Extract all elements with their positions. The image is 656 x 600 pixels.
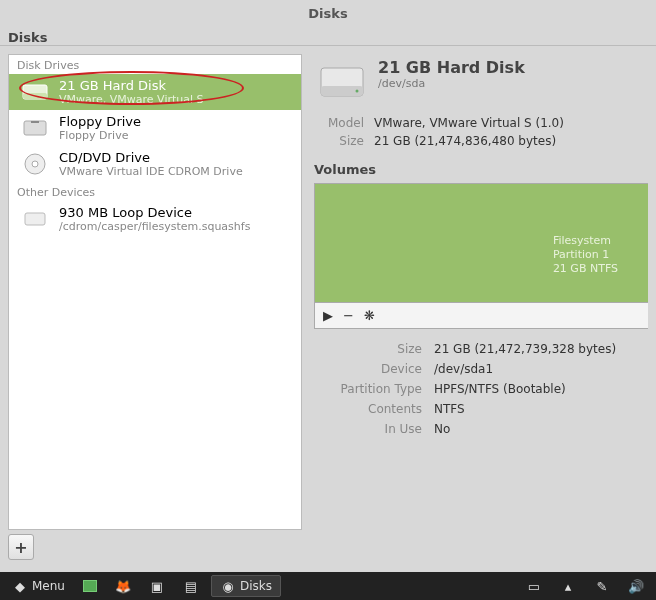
drive-sub: /cdrom/casper/filesystem.squashfs (59, 220, 250, 233)
det-device-label: Device (314, 362, 434, 376)
svg-rect-1 (23, 93, 47, 99)
left-panel: Disk Drives 21 GB Hard Disk VMware, VMwa… (0, 46, 310, 568)
right-panel: 21 GB Hard Disk /dev/sda Model VMware, V… (310, 46, 656, 568)
det-inuse-val: No (434, 422, 450, 436)
disk-path: /dev/sda (378, 77, 525, 90)
size-label: Size (314, 134, 374, 148)
app-title: Disks (0, 26, 656, 46)
disk-title: 21 GB Hard Disk (378, 58, 525, 77)
drive-item-hard-disk[interactable]: 21 GB Hard Disk VMware, VMware Virtual S (9, 74, 301, 110)
drive-sub: VMware, VMware Virtual S (59, 93, 204, 106)
files-icon: ▤ (183, 578, 199, 594)
drive-item-floppy[interactable]: Floppy Drive Floppy Drive (9, 110, 301, 146)
mount-button[interactable]: ▶ (323, 308, 333, 323)
svg-point-5 (32, 161, 38, 167)
taskbar: ◆ Menu 🦊 ▣ ▤ ◉ Disks ▭ ▴ ✎ 🔊 (0, 572, 656, 600)
section-disk-drives: Disk Drives (9, 55, 301, 74)
volume-options-button[interactable]: ❋ (364, 308, 375, 323)
tray-window-icon[interactable]: ▭ (520, 576, 548, 596)
drive-sub: Floppy Drive (59, 129, 141, 142)
drive-item-loop[interactable]: 930 MB Loop Device /cdrom/casper/filesys… (9, 201, 301, 237)
volume-toolbar: ▶ − ❋ (314, 303, 648, 329)
network-icon: ✎ (594, 578, 610, 594)
terminal-button[interactable]: ▣ (143, 576, 171, 596)
menu-icon: ◆ (12, 578, 28, 594)
model-value: VMware, VMware Virtual S (1.0) (374, 116, 564, 130)
cd-icon (21, 150, 49, 178)
floppy-icon (21, 114, 49, 142)
det-contents-val: NTFS (434, 402, 465, 416)
desktop-icon (83, 580, 97, 592)
volumes-diagram[interactable]: Filesystem Partition 1 21 GB NTFS (314, 183, 648, 303)
volume-icon: 🔊 (628, 578, 644, 594)
tray-up-icon[interactable]: ▴ (554, 576, 582, 596)
window-icon: ▭ (526, 578, 542, 594)
drive-title: 930 MB Loop Device (59, 205, 250, 220)
hard-disk-icon (21, 78, 49, 106)
window-titlebar: Disks (0, 0, 656, 26)
drive-title: Floppy Drive (59, 114, 141, 129)
show-desktop-button[interactable] (77, 578, 103, 594)
model-label: Model (314, 116, 374, 130)
taskbar-app-disks[interactable]: ◉ Disks (211, 575, 281, 597)
drive-item-cdrom[interactable]: CD/DVD Drive VMware Virtual IDE CDROM Dr… (9, 146, 301, 182)
svg-rect-6 (25, 213, 45, 225)
drive-title: 21 GB Hard Disk (59, 78, 204, 93)
svg-rect-2 (24, 121, 46, 135)
section-other-devices: Other Devices (9, 182, 301, 201)
svg-rect-3 (31, 121, 39, 123)
add-button[interactable]: + (8, 534, 34, 560)
files-button[interactable]: ▤ (177, 576, 205, 596)
volumes-section-title: Volumes (314, 162, 648, 177)
drive-list: Disk Drives 21 GB Hard Disk VMware, VMwa… (8, 54, 302, 530)
up-icon: ▴ (560, 578, 576, 594)
det-size-val: 21 GB (21,472,739,328 bytes) (434, 342, 616, 356)
det-inuse-label: In Use (314, 422, 434, 436)
det-ptype-label: Partition Type (314, 382, 434, 396)
loop-device-icon (21, 205, 49, 233)
menu-button[interactable]: ◆ Menu (6, 576, 71, 596)
det-size-label: Size (314, 342, 434, 356)
tray-network-icon[interactable]: ✎ (588, 576, 616, 596)
det-ptype-val: HPFS/NTFS (Bootable) (434, 382, 566, 396)
disk-large-icon (318, 58, 366, 106)
terminal-icon: ▣ (149, 578, 165, 594)
size-value: 21 GB (21,474,836,480 bytes) (374, 134, 556, 148)
drive-sub: VMware Virtual IDE CDROM Drive (59, 165, 243, 178)
firefox-icon: 🦊 (115, 578, 131, 594)
tray-volume-icon[interactable]: 🔊 (622, 576, 650, 596)
disks-taskbar-icon: ◉ (220, 578, 236, 594)
volume-partition-info: Filesystem Partition 1 21 GB NTFS (553, 234, 618, 276)
det-device-val: /dev/sda1 (434, 362, 493, 376)
drive-title: CD/DVD Drive (59, 150, 243, 165)
svg-point-9 (356, 90, 359, 93)
unmount-button[interactable]: − (343, 308, 354, 323)
firefox-button[interactable]: 🦊 (109, 576, 137, 596)
det-contents-label: Contents (314, 402, 434, 416)
